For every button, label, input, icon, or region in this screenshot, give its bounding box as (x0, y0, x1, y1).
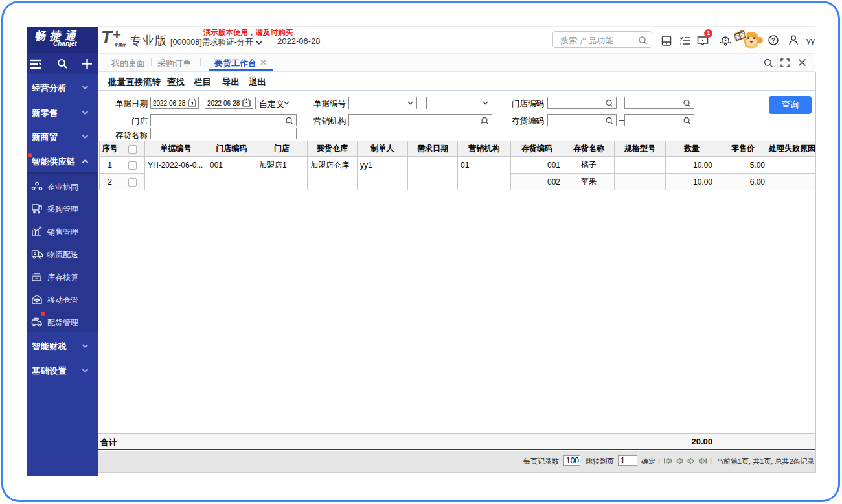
svg-text:?: ? (771, 37, 775, 44)
